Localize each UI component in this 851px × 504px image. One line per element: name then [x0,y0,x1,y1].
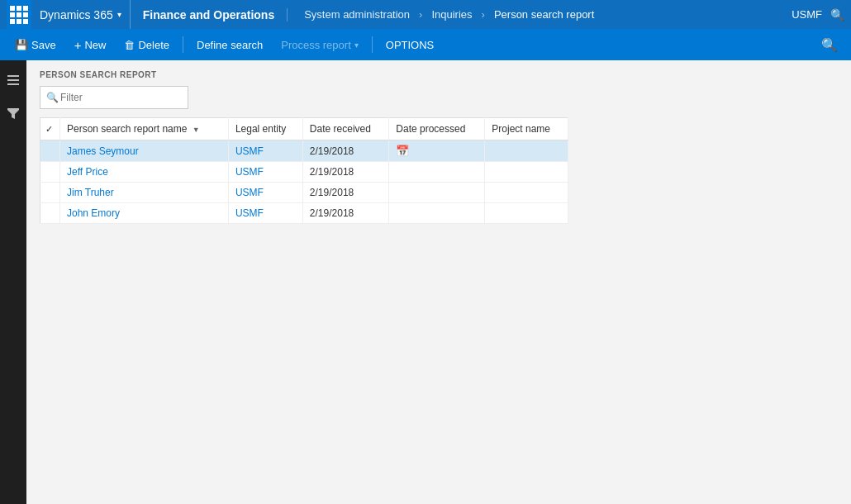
col-header-date-received: Date received [302,118,388,140]
row-legal-entity-link[interactable]: USMF [235,207,264,219]
col-header-date-processed: Date processed [389,118,485,140]
row-name-cell[interactable]: John Emory [60,203,229,224]
filter-input-wrap: 🔍 [40,86,188,109]
action-search-icon[interactable]: 🔍 [815,34,844,56]
breadcrumb-inquiries[interactable]: Inquiries [431,8,472,21]
col-header-legal-entity: Legal entity [228,118,302,140]
process-report-chevron-icon: ▾ [354,40,359,50]
row-date-processed-cell [389,162,485,183]
brand-section[interactable]: Dynamics 365 ▾ [31,0,131,29]
main-layout: PERSON SEARCH REPORT 🔍 ✓ Person search r… [0,60,851,504]
row-date-received-cell: 2/19/2018 [302,183,388,203]
table-body: James SeymourUSMF2/19/2018📅Jeff PriceUSM… [40,140,568,224]
options-button[interactable]: OPTIONS [378,33,443,56]
table-row[interactable]: Jim TruherUSMF2/19/2018 [40,183,568,203]
row-legal-entity-link[interactable]: USMF [235,187,264,198]
delete-label: Delete [138,39,169,51]
row-legal-entity-cell: USMF [228,183,302,203]
row-project-name-cell [485,140,568,162]
brand-chevron-icon: ▾ [117,10,121,19]
table-row[interactable]: John EmoryUSMF2/19/2018 [40,203,568,224]
breadcrumb-system-admin[interactable]: System administration [304,8,410,21]
apps-grid-icon [10,6,28,24]
process-report-button[interactable]: Process report ▾ [273,33,367,56]
main-content: PERSON SEARCH REPORT 🔍 ✓ Person search r… [26,60,851,504]
row-date-received-cell: 2/19/2018 [302,140,388,162]
new-button[interactable]: + New [66,33,115,56]
process-report-label: Process report [281,39,351,51]
row-project-name-cell [485,162,568,183]
row-name-cell[interactable]: Jim Truher [60,183,229,203]
breadcrumb-sep2: › [482,8,485,21]
define-search-label: Define search [197,39,263,51]
row-name-link[interactable]: Jeff Price [67,166,108,178]
row-name-link[interactable]: John Emory [67,207,120,219]
nav-right: USMF 🔍 [792,8,844,21]
svg-rect-0 [7,75,19,77]
action-bar: 💾 Save + New 🗑 Delete Define search Proc… [0,29,851,60]
col-header-check: ✓ [40,118,60,140]
svg-rect-2 [7,83,19,85]
row-project-name-cell [485,183,568,203]
row-legal-entity-cell: USMF [228,162,302,183]
col-header-name[interactable]: Person search report name ▼ [60,118,229,140]
row-check-cell[interactable] [40,162,60,183]
save-button[interactable]: 💾 Save [7,33,64,56]
row-date-processed-cell[interactable]: 📅 [389,140,485,162]
save-icon: 💾 [15,39,28,51]
delete-icon: 🗑 [124,39,135,51]
row-legal-entity-link[interactable]: USMF [235,166,264,178]
row-date-processed-cell [389,203,485,224]
action-bar-sep1 [183,36,183,53]
sidebar-hamburger-icon[interactable] [0,67,26,93]
user-label: USMF [792,8,822,21]
row-legal-entity-cell: USMF [228,140,302,162]
apps-button[interactable] [7,0,31,29]
row-project-name-cell [485,203,568,224]
row-date-received-cell: 2/19/2018 [302,162,388,183]
svg-rect-1 [7,79,19,81]
action-bar-sep2 [372,36,373,53]
table-row[interactable]: James SeymourUSMF2/19/2018📅 [40,140,568,162]
breadcrumb: System administration › Inquiries › Pers… [288,8,792,21]
filter-search-icon: 🔍 [46,92,59,103]
col-project-name-label: Project name [492,123,550,135]
row-name-link[interactable]: James Seymour [67,145,139,157]
row-legal-entity-cell: USMF [228,203,302,224]
brand-name: Dynamics 365 [40,8,113,21]
new-label: New [84,39,106,51]
top-navbar: Dynamics 365 ▾ Finance and Operations Sy… [0,0,851,29]
table-header-row: ✓ Person search report name ▼ Legal enti… [40,118,568,140]
delete-button[interactable]: 🗑 Delete [116,33,178,56]
breadcrumb-sep1: › [419,8,422,21]
new-icon: + [74,38,82,52]
filter-bar: 🔍 [40,86,838,109]
sidebar-filter-icon[interactable] [0,100,26,126]
col-date-processed-label: Date processed [396,123,465,135]
col-legal-entity-label: Legal entity [235,123,286,135]
calendar-icon[interactable]: 📅 [396,145,409,157]
row-check-cell[interactable] [40,203,60,224]
define-search-button[interactable]: Define search [188,33,271,56]
row-legal-entity-link[interactable]: USMF [235,145,264,157]
col-header-project-name: Project name [485,118,568,140]
col-date-received-label: Date received [310,123,371,135]
row-name-link[interactable]: Jim Truher [67,187,114,198]
options-label: OPTIONS [386,39,435,51]
row-date-processed-cell [389,183,485,203]
breadcrumb-current: Person search report [494,8,594,21]
table-row[interactable]: Jeff PriceUSMF2/19/2018 [40,162,568,183]
row-name-cell[interactable]: James Seymour [60,140,229,162]
row-name-cell[interactable]: Jeff Price [60,162,229,183]
check-mark-icon: ✓ [45,124,53,134]
filter-input[interactable] [40,86,188,109]
sidebar [0,60,26,504]
row-date-received-cell: 2/19/2018 [302,203,388,224]
row-check-cell[interactable] [40,140,60,162]
col-name-label: Person search report name [67,123,187,135]
app-title: Finance and Operations [131,8,288,21]
global-search-icon[interactable]: 🔍 [830,8,844,21]
row-check-cell[interactable] [40,183,60,203]
table-header: ✓ Person search report name ▼ Legal enti… [40,118,568,140]
save-label: Save [31,39,56,51]
